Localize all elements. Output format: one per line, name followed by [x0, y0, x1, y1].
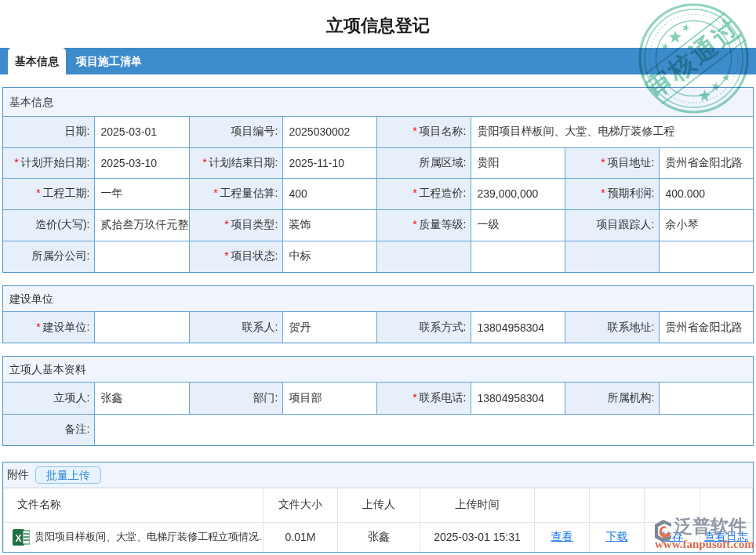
svg-text:X: X: [15, 532, 21, 543]
